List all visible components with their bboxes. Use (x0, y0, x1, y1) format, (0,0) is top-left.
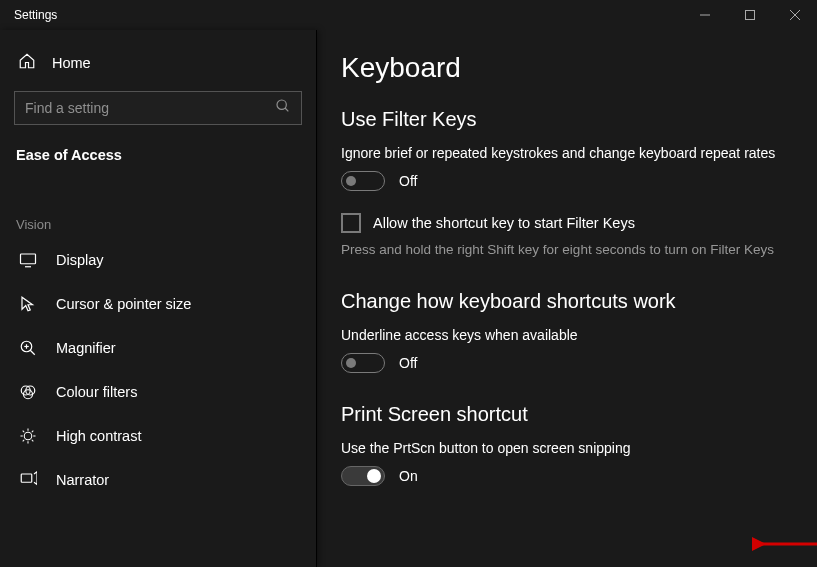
close-button[interactable] (772, 0, 817, 30)
search-box[interactable] (14, 91, 302, 125)
svg-rect-24 (21, 474, 32, 482)
filter-keys-shortcut-checkbox[interactable] (341, 213, 361, 233)
svg-point-4 (277, 100, 286, 109)
home-label: Home (52, 55, 91, 71)
filter-keys-heading: Use Filter Keys (341, 108, 793, 131)
filter-keys-toggle[interactable] (341, 171, 385, 191)
sidebar-item-label: Colour filters (56, 384, 137, 400)
page-title: Keyboard (341, 52, 793, 84)
sidebar-item-label: Cursor & pointer size (56, 296, 191, 312)
sidebar-item-cursor[interactable]: Cursor & pointer size (14, 282, 302, 326)
svg-line-5 (285, 108, 288, 111)
print-screen-description: Use the PrtScn button to open screen sni… (341, 440, 793, 456)
sidebar-item-high-contrast[interactable]: High contrast (14, 414, 302, 458)
sidebar-item-display[interactable]: Display (14, 238, 302, 282)
narrator-icon (18, 471, 38, 489)
print-screen-toggle[interactable] (341, 466, 385, 486)
filter-keys-toggle-state: Off (399, 173, 417, 189)
sidebar-item-colour-filters[interactable]: Colour filters (14, 370, 302, 414)
nav-group-vision: Vision (14, 217, 302, 238)
svg-point-15 (24, 432, 32, 440)
svg-line-20 (23, 431, 25, 433)
colour-filters-icon (18, 383, 38, 401)
search-input[interactable] (25, 100, 275, 116)
filter-keys-checkbox-desc: Press and hold the right Shift key for e… (341, 241, 781, 260)
high-contrast-icon (18, 427, 38, 445)
sidebar-item-label: Display (56, 252, 104, 268)
sidebar-item-magnifier[interactable]: Magnifier (14, 326, 302, 370)
svg-line-22 (23, 440, 25, 442)
window-controls (682, 0, 817, 30)
filter-keys-description: Ignore brief or repeated keystrokes and … (341, 145, 793, 161)
sidebar-item-label: High contrast (56, 428, 141, 444)
svg-rect-6 (21, 254, 36, 264)
display-icon (18, 251, 38, 269)
print-screen-toggle-state: On (399, 468, 418, 484)
svg-rect-1 (745, 11, 754, 20)
section-filter-keys: Use Filter Keys Ignore brief or repeated… (341, 108, 793, 260)
svg-line-21 (32, 440, 34, 442)
category-heading[interactable]: Ease of Access (14, 143, 302, 167)
window-title: Settings (14, 8, 57, 22)
svg-line-9 (30, 350, 35, 355)
cursor-icon (18, 295, 38, 313)
content-panel: Keyboard Use Filter Keys Ignore brief or… (317, 30, 817, 567)
home-icon (18, 52, 36, 73)
annotation-arrow-icon (752, 533, 817, 555)
shortcuts-toggle[interactable] (341, 353, 385, 373)
sidebar-item-label: Magnifier (56, 340, 116, 356)
section-print-screen: Print Screen shortcut Use the PrtScn but… (341, 403, 793, 486)
minimize-button[interactable] (682, 0, 727, 30)
print-screen-heading: Print Screen shortcut (341, 403, 793, 426)
shortcuts-heading: Change how keyboard shortcuts work (341, 290, 793, 313)
titlebar: Settings (0, 0, 817, 30)
search-icon (275, 98, 291, 118)
filter-keys-checkbox-label: Allow the shortcut key to start Filter K… (373, 215, 635, 231)
magnifier-icon (18, 339, 38, 357)
svg-line-23 (32, 431, 34, 433)
shortcuts-toggle-state: Off (399, 355, 417, 371)
section-shortcuts: Change how keyboard shortcuts work Under… (341, 290, 793, 373)
shortcuts-description: Underline access keys when available (341, 327, 793, 343)
sidebar: Home Ease of Access Vision Display Curso… (0, 30, 317, 567)
sidebar-item-label: Narrator (56, 472, 109, 488)
sidebar-item-narrator[interactable]: Narrator (14, 458, 302, 502)
home-nav[interactable]: Home (14, 42, 302, 83)
maximize-button[interactable] (727, 0, 772, 30)
